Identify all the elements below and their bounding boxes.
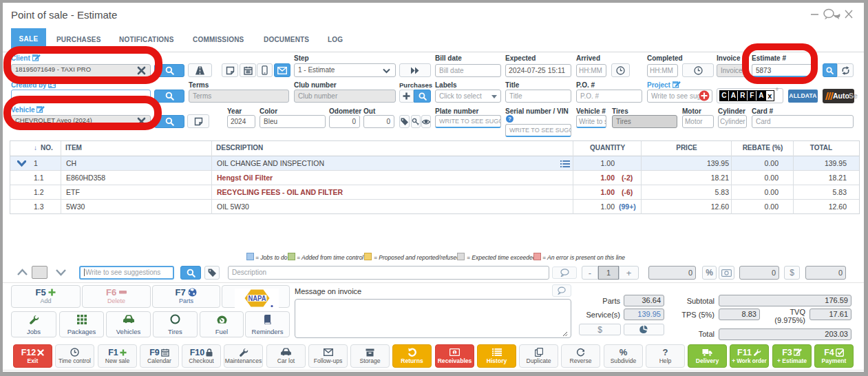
svg-text:1: 1 [454, 351, 456, 355]
svg-text:NAPA: NAPA [248, 294, 266, 302]
svg-text:?: ? [508, 116, 511, 122]
